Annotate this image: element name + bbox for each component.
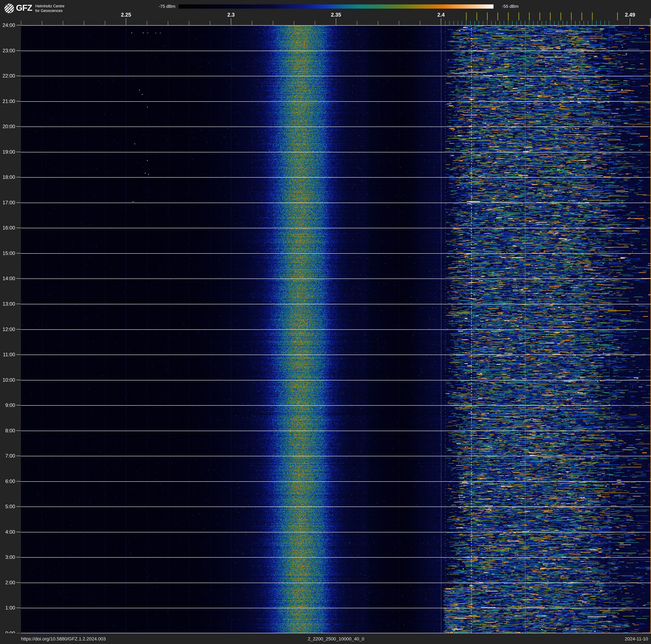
hour-label: 2:00 <box>0 580 15 586</box>
frequency-tick-label: 2.3 <box>222 12 241 18</box>
hour-label: 1:00 <box>0 605 15 611</box>
frequency-minor-tick <box>399 21 399 25</box>
hour-tick <box>17 152 21 152</box>
ble-channel-tick <box>495 21 496 25</box>
ble-channel-tick <box>596 21 597 25</box>
hour-label: 4:00 <box>0 529 15 535</box>
time-axis: 24:0023:0022:0021:0020:0019:0018:0017:00… <box>0 0 21 644</box>
frequency-minor-tick <box>189 21 189 25</box>
ble-channel-tick <box>584 21 584 25</box>
hour-label: 3:00 <box>0 554 15 560</box>
hour-tick <box>17 582 21 583</box>
ble-channel-tick <box>533 21 534 25</box>
hour-label: 22:00 <box>0 73 15 79</box>
ble-channel-tick <box>554 21 555 25</box>
hour-label: 19:00 <box>0 149 15 155</box>
hour-label: 5:00 <box>0 504 15 509</box>
frequency-tick-label: 2.25 <box>117 12 135 18</box>
hour-label: 12:00 <box>0 326 15 332</box>
wifi-channel-tick <box>529 12 530 20</box>
wifi-channel-tick <box>539 12 540 20</box>
hour-tick <box>17 51 21 51</box>
ble-channel-tick <box>537 21 538 25</box>
frequency-minor-tick <box>63 21 63 25</box>
hour-label: 7:00 <box>0 453 15 459</box>
frequency-minor-tick <box>357 21 357 25</box>
ble-channel-tick <box>504 21 504 25</box>
ble-channel-tick <box>541 21 542 25</box>
wifi-channel-tick <box>466 12 467 20</box>
wifi-channel-tick <box>508 12 508 20</box>
frequency-major-tick <box>441 18 441 25</box>
ble-channel-tick <box>470 21 471 25</box>
frequency-minor-tick <box>252 21 252 25</box>
frequency-minor-tick <box>84 21 84 25</box>
frequency-minor-tick <box>42 21 42 25</box>
hour-tick <box>17 380 21 380</box>
frequency-minor-tick <box>378 21 378 25</box>
ble-channel-tick <box>487 21 488 25</box>
ble-channel-tick <box>525 21 525 25</box>
frequency-tick-label: 2.49 <box>621 12 640 18</box>
hour-label: 18:00 <box>0 174 15 180</box>
ble-channel-tick <box>604 21 605 25</box>
wifi-channel-tick <box>497 12 498 20</box>
wifi-channel-tick <box>592 12 593 20</box>
hour-tick <box>17 177 21 177</box>
wifi-channel-tick <box>560 12 561 20</box>
frequency-minor-tick <box>105 21 105 25</box>
spectrogram-canvas <box>21 25 651 633</box>
hour-tick <box>17 253 21 254</box>
ble-channel-tick <box>449 21 450 25</box>
ble-channel-tick <box>571 21 571 25</box>
wifi-channel-tick <box>519 12 519 20</box>
frequency-minor-tick <box>210 21 210 25</box>
ble-channel-tick <box>579 21 580 25</box>
hour-label: 24:00 <box>0 22 15 28</box>
hour-label: 16:00 <box>0 225 15 231</box>
hour-label: 14:00 <box>0 275 15 282</box>
hour-label: 20:00 <box>0 124 15 129</box>
wifi-channel-tick <box>582 12 582 20</box>
wifi-channel-tick <box>571 12 571 20</box>
date-text: 2024-11-10 <box>625 636 648 642</box>
ble-channel-tick <box>609 21 609 25</box>
hour-label: 13:00 <box>0 301 15 307</box>
ble-channel-tick <box>588 21 588 25</box>
hour-tick <box>17 405 21 405</box>
frequency-major-tick <box>336 18 336 25</box>
frequency-minor-tick <box>420 21 420 25</box>
hour-label: 10:00 <box>0 377 15 383</box>
filename-text: 2_2200_2500_10000_40_0 <box>21 636 651 642</box>
hour-tick <box>17 506 21 507</box>
hour-tick <box>17 354 21 355</box>
ble-channel-tick <box>575 21 576 25</box>
hour-tick <box>17 431 21 431</box>
ble-channel-tick <box>454 21 454 25</box>
ble-channel-tick <box>546 21 546 25</box>
hour-label: 21:00 <box>0 98 15 104</box>
ble-channel-tick <box>462 21 462 25</box>
ble-channel-tick <box>517 21 517 25</box>
hour-tick <box>17 101 21 101</box>
hour-tick <box>17 304 21 304</box>
hour-tick <box>17 25 21 25</box>
frequency-edge-tick <box>650 18 651 25</box>
hour-tick <box>17 228 21 228</box>
hour-tick <box>17 202 21 203</box>
ble-channel-tick <box>478 21 479 25</box>
hour-label: 6:00 <box>0 478 15 484</box>
ble-channel-tick <box>508 21 508 25</box>
frequency-minor-tick <box>168 21 168 25</box>
hour-tick <box>17 481 21 481</box>
ble-channel-tick <box>567 21 567 25</box>
frequency-major-tick <box>630 18 630 25</box>
frequency-minor-tick <box>273 21 273 25</box>
hour-tick <box>17 532 21 532</box>
ble-channel-tick <box>600 21 601 25</box>
frequency-minor-tick <box>294 21 294 25</box>
ble-channel-tick <box>483 21 483 25</box>
spectrogram-page: { "header": { "logo": { "brand": "GFZ", … <box>0 0 651 644</box>
ble-channel-tick <box>445 21 445 25</box>
ble-channel-tick <box>558 21 559 25</box>
